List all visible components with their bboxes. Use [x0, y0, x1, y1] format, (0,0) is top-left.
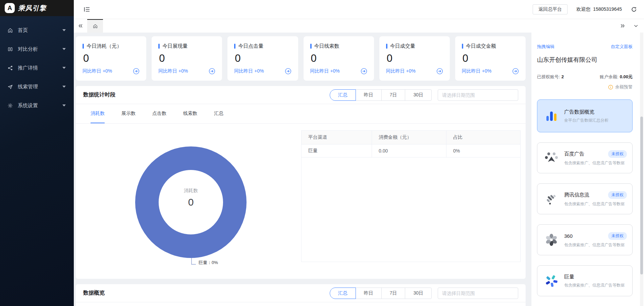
tab-clicks[interactable]: 点击数 — [152, 104, 166, 123]
refresh-icon[interactable] — [631, 6, 637, 13]
scrollbar[interactable] — [640, 33, 643, 306]
account-stats: 已授权账号:2 账户余额:0.00元 — [537, 74, 633, 80]
accent-bar — [310, 44, 312, 49]
column-header-channel: 平台渠道 — [302, 131, 372, 144]
range-button-30d[interactable]: 30日 — [405, 288, 432, 299]
platform-card-title: 巨量 — [564, 274, 574, 280]
cell-amount: 0.00 — [372, 144, 446, 157]
panel-header: 数据统计时段 汇总 昨日 7日 30日 — [76, 86, 526, 104]
tabs-scroll-left-icon[interactable] — [74, 19, 87, 33]
range-button-7d[interactable]: 7日 — [381, 288, 406, 299]
share-icon — [7, 65, 13, 71]
platform-card-subtitle: 包含搜索推广、信息流广告等数据 — [564, 201, 627, 207]
platform-card-subtitle: 包含搜索推广、信息流广告等数据 — [564, 282, 627, 288]
accent-bar — [386, 44, 387, 49]
drag-edit-link[interactable]: 拖拽编辑 — [537, 44, 554, 50]
platform-card-baidu[interactable]: 百度广告 未授权 包含搜索推广、信息流广告等数据 — [537, 142, 633, 173]
custom-panel-link[interactable]: 自定义面板 — [611, 44, 633, 50]
donut-chart: 消耗数 0 — [135, 146, 247, 258]
unauthorized-badge: 未授权 — [608, 150, 627, 158]
panel-links: 拖拽编辑 自定义面板 — [537, 44, 633, 50]
stat-value: 0 — [463, 52, 519, 64]
arrow-right-circle-icon[interactable] — [361, 68, 367, 75]
chevron-down-icon — [62, 67, 66, 69]
platform-card-overview[interactable]: 广告数据概览 全平台广告数据汇总分析 — [537, 99, 633, 132]
accent-bar — [158, 44, 160, 49]
platform-card-subtitle: 包含搜索推广、信息流广告等数据 — [564, 160, 627, 166]
range-button-yesterday[interactable]: 昨日 — [356, 288, 382, 299]
balance-warning[interactable]: 余额预警 — [537, 84, 633, 90]
platform-card-juliang[interactable]: 巨量 包含搜索推广、信息流广告等数据 — [537, 265, 633, 296]
platform-card-360[interactable]: 360 未授权 包含搜索推广、信息流广告等数据 — [537, 224, 633, 255]
arrow-right-circle-icon[interactable] — [209, 68, 215, 75]
tabs-menu-chevron-down-icon[interactable] — [630, 19, 642, 33]
stat-compare: 同比昨日 +0% — [310, 68, 340, 74]
arrow-right-circle-icon[interactable] — [285, 68, 291, 75]
range-button-yesterday[interactable]: 昨日 — [356, 89, 382, 101]
consume-table: 平台渠道 消费金额（元） 占比 巨量 0.00 0% — [301, 130, 521, 262]
platform-cards: 广告数据概览 全平台广告数据汇总分析 百度广告 未授权 包含搜索推广、信息流广告… — [537, 99, 633, 306]
app-logo: A 乘风引擎 — [0, 0, 74, 16]
balance-warning-label: 余额预警 — [615, 84, 633, 90]
collapse-sidebar-icon[interactable] — [83, 6, 91, 13]
sidebar-item-leads-management[interactable]: 线索管理 — [0, 77, 74, 96]
platform-card-tencent[interactable]: 腾讯信息流 未授权 包含搜索推广、信息流广告等数据 — [537, 183, 633, 214]
sidebar-item-label: 推广详情 — [18, 65, 62, 71]
donut-center-value: 0 — [188, 196, 194, 208]
stat-value: 0 — [311, 52, 367, 64]
tab-impressions[interactable]: 展示数 — [121, 104, 136, 123]
tab-home[interactable] — [87, 19, 103, 33]
sidebar-item-promotion-detail[interactable]: 推广详情 — [0, 58, 74, 77]
range-button-total[interactable]: 汇总 — [330, 288, 356, 299]
header-actions: 返回总平台 欢迎您 15805319645 — [533, 4, 637, 14]
back-to-platform-button[interactable]: 返回总平台 — [533, 4, 568, 14]
unauthorized-badge: 未授权 — [608, 232, 627, 240]
range-button-group: 汇总 昨日 7日 30日 — [330, 288, 432, 299]
stat-card-today-deals: 今日成交量 0 同比昨日 +0% — [379, 36, 450, 81]
arrow-right-circle-icon[interactable] — [436, 68, 443, 75]
account-balance: 账户余额:0.00元 — [600, 74, 633, 80]
oceanengine-icon — [544, 273, 559, 288]
scrollbar-thumb[interactable] — [640, 117, 643, 274]
stat-title: 今日线索数 — [314, 43, 339, 49]
sidebar-item-system-settings[interactable]: 系统设置 — [0, 96, 74, 115]
stat-cards-row: 今日消耗（元） 0 同比昨日 +0% 今日展现量 0 同比昨日 +0% 今日点击… — [76, 36, 526, 81]
tab-leads[interactable]: 线索数 — [183, 104, 197, 123]
cell-channel: 巨量 — [302, 144, 372, 157]
arrow-right-circle-icon[interactable] — [512, 68, 519, 75]
stat-compare: 同比昨日 +0% — [83, 68, 112, 74]
sidebar-item-home[interactable]: 首页 — [0, 21, 74, 40]
cell-ratio: 0% — [446, 144, 520, 157]
tencent-feed-icon — [544, 191, 559, 206]
tab-consume[interactable]: 消耗数 — [91, 104, 105, 123]
data-period-panel: 数据统计时段 汇总 昨日 7日 30日 消耗数 展示数 点击数 线索数 汇总 消… — [76, 86, 526, 279]
date-range-input[interactable] — [438, 288, 518, 299]
platform-card-title: 百度广告 — [564, 151, 584, 157]
range-button-total[interactable]: 汇总 — [330, 89, 356, 101]
panel-header: 数据概览 汇总 昨日 7日 30日 — [76, 284, 526, 302]
range-button-30d[interactable]: 30日 — [405, 89, 432, 101]
stat-card-today-deal-amount: 今日成交金额 0 同比昨日 +0% — [455, 36, 526, 81]
stat-title: 今日展现量 — [162, 43, 187, 49]
donut-label-line — [191, 258, 196, 265]
welcome-label: 欢迎您 — [576, 6, 590, 12]
stat-card-today-impressions: 今日展现量 0 同比昨日 +0% — [152, 36, 222, 81]
welcome-text: 欢迎您 15805319645 — [576, 6, 622, 12]
range-button-7d[interactable]: 7日 — [381, 89, 406, 101]
donut-slice-label: 巨量：0% — [199, 260, 218, 266]
sidebar-item-label: 对比分析 — [18, 46, 62, 52]
sidebar-item-compare-analysis[interactable]: 对比分析 — [0, 40, 74, 58]
right-panel: 拖拽编辑 自定义面板 山东开创传媒有限公司 已授权账号:2 账户余额:0.00元… — [531, 33, 644, 306]
panel-title: 数据统计时段 — [83, 91, 115, 98]
table-row: 巨量 0.00 0% — [302, 144, 520, 158]
accent-bar — [234, 44, 235, 49]
tab-summary[interactable]: 汇总 — [214, 104, 223, 123]
company-name: 山东开创传媒有限公司 — [537, 56, 633, 64]
tabs-scroll-right-icon[interactable] — [616, 19, 629, 33]
send-icon — [7, 84, 13, 90]
arrow-right-circle-icon[interactable] — [133, 68, 140, 75]
date-range-input[interactable] — [438, 89, 518, 101]
stat-compare: 同比昨日 +0% — [234, 68, 264, 74]
period-controls: 汇总 昨日 7日 30日 — [330, 89, 518, 101]
accent-bar — [83, 44, 84, 49]
